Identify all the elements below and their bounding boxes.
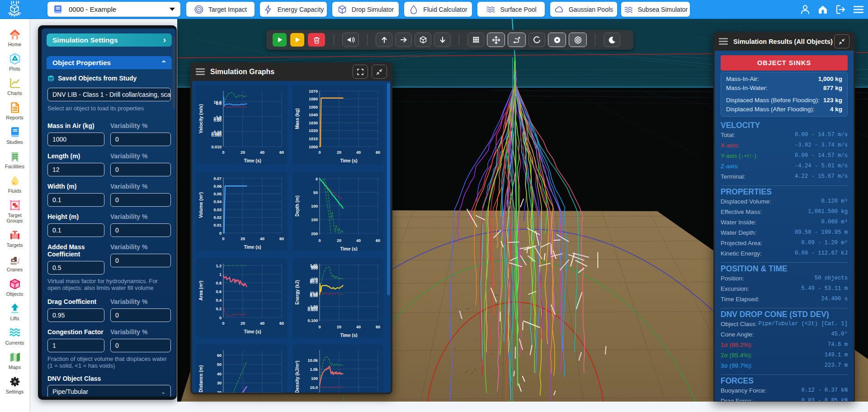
svg-text:40: 40: [260, 150, 264, 155]
svg-text:40: 40: [356, 150, 361, 155]
svg-text:20: 20: [337, 150, 341, 155]
svg-text:60: 60: [376, 150, 380, 155]
svg-text:1000: 1000: [309, 145, 318, 149]
svg-text:0: 0: [219, 316, 222, 320]
svg-text:40: 40: [260, 321, 264, 326]
svg-text:50: 50: [217, 362, 222, 367]
svg-text:0.2: 0.2: [216, 307, 222, 311]
svg-text:60.0: 60.0: [310, 280, 318, 284]
svg-text:1070: 1070: [309, 89, 318, 94]
svg-text:150: 150: [311, 218, 318, 222]
svg-text:0: 0: [222, 237, 224, 241]
svg-text:Time (s): Time (s): [340, 158, 357, 163]
svg-text:1050: 1050: [309, 105, 318, 109]
svg-text:1060: 1060: [309, 97, 318, 101]
svg-text:0: 0: [316, 177, 318, 181]
svg-text:Mass (kg): Mass (kg): [295, 108, 300, 129]
svg-text:0.02: 0.02: [213, 215, 222, 220]
svg-text:40: 40: [217, 372, 222, 376]
svg-text:0: 0: [222, 321, 224, 326]
svg-text:40: 40: [260, 237, 264, 241]
svg-text:60: 60: [376, 325, 380, 329]
svg-text:10.0: 10.0: [310, 385, 318, 390]
svg-text:Energy (kJ): Energy (kJ): [295, 280, 300, 304]
svg-text:60: 60: [279, 150, 284, 155]
svg-text:100: 100: [311, 204, 318, 208]
svg-text:30: 30: [217, 381, 222, 385]
svg-text:Time (s): Time (s): [340, 333, 357, 337]
svg-text:60: 60: [376, 238, 380, 243]
svg-text:0.010: 0.010: [211, 145, 222, 149]
svg-text:0.04: 0.04: [213, 199, 222, 204]
svg-text:0.6: 0.6: [216, 289, 222, 294]
svg-text:10.0k: 10.0k: [307, 358, 318, 363]
svg-text:0.4: 0.4: [216, 298, 222, 303]
svg-text:0: 0: [219, 231, 222, 236]
svg-text:Depth (m): Depth (m): [295, 195, 300, 217]
svg-text:Time (s): Time (s): [244, 245, 261, 250]
svg-text:8.0: 8.0: [216, 101, 222, 106]
svg-text:Distance (m): Distance (m): [198, 365, 203, 392]
svg-text:1.0k: 1.0k: [310, 367, 318, 372]
svg-text:Time (s): Time (s): [244, 158, 261, 163]
svg-text:0.8: 0.8: [216, 281, 222, 285]
svg-text:6.00: 6.00: [310, 294, 318, 298]
svg-text:40: 40: [356, 238, 361, 243]
svg-text:20: 20: [337, 325, 341, 329]
svg-text:20: 20: [241, 321, 245, 326]
svg-text:100: 100: [311, 376, 318, 381]
svg-text:Time (s): Time (s): [340, 246, 357, 251]
svg-text:y Density (kJ/m²): y Density (kJ/m²): [295, 360, 300, 393]
svg-text:0: 0: [318, 150, 321, 155]
svg-text:0.60: 0.60: [213, 118, 222, 123]
svg-text:60: 60: [279, 321, 284, 326]
svg-text:200: 200: [311, 232, 318, 236]
svg-text:Volume (m³): Volume (m³): [198, 192, 203, 218]
svg-text:0.05: 0.05: [213, 192, 222, 196]
svg-text:20: 20: [217, 390, 222, 393]
svg-text:60: 60: [217, 353, 222, 358]
svg-text:20: 20: [241, 237, 245, 241]
svg-text:1020: 1020: [309, 128, 318, 133]
svg-text:40: 40: [356, 325, 361, 329]
svg-text:0.03: 0.03: [213, 208, 222, 212]
svg-text:0.07: 0.07: [213, 176, 222, 181]
svg-text:1010: 1010: [309, 137, 318, 141]
svg-text:1: 1: [219, 272, 222, 277]
svg-text:50: 50: [313, 190, 318, 195]
svg-text:0.06: 0.06: [213, 184, 222, 189]
svg-text:0: 0: [318, 238, 321, 243]
svg-text:Area (m²): Area (m²): [198, 281, 203, 301]
svg-text:600: 600: [311, 266, 318, 270]
svg-text:Time (s): Time (s): [244, 329, 261, 334]
svg-text:1030: 1030: [309, 121, 318, 125]
svg-text:1040: 1040: [309, 113, 318, 117]
svg-text:0.600: 0.600: [307, 308, 318, 312]
svg-text:0.100: 0.100: [307, 318, 318, 323]
svg-text:1.2: 1.2: [216, 264, 222, 268]
svg-text:0.01: 0.01: [213, 223, 222, 227]
svg-text:0: 0: [222, 150, 224, 155]
svg-text:20: 20: [241, 150, 245, 155]
svg-text:0.060: 0.060: [211, 133, 222, 137]
svg-text:0: 0: [318, 325, 321, 329]
svg-text:Velocity (m/s): Velocity (m/s): [198, 104, 203, 133]
svg-text:20: 20: [337, 238, 341, 243]
svg-text:60: 60: [279, 237, 284, 241]
